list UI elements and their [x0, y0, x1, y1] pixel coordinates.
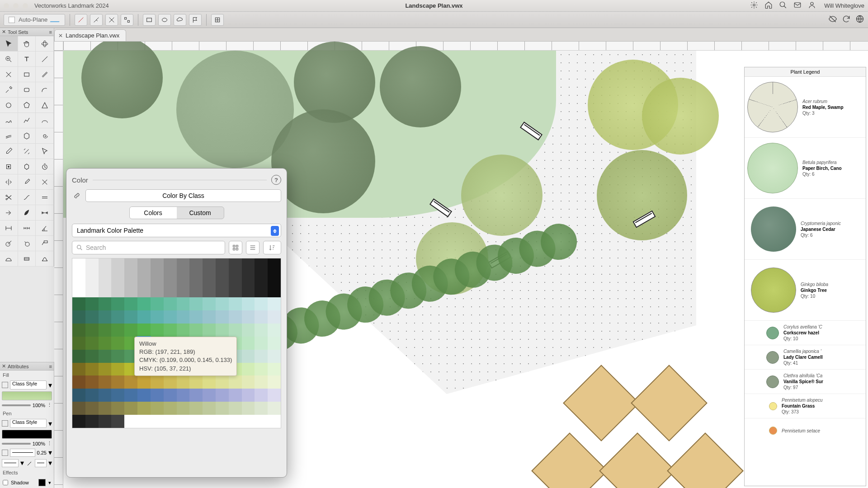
color-swatch[interactable]	[164, 324, 177, 337]
color-swatch[interactable]	[177, 258, 190, 272]
color-swatch[interactable]	[268, 272, 281, 285]
color-swatch[interactable]	[72, 285, 85, 298]
color-swatch[interactable]	[164, 402, 177, 415]
3d-locus-tool[interactable]	[18, 159, 36, 174]
color-swatch[interactable]	[255, 350, 268, 363]
color-swatch[interactable]	[99, 415, 112, 428]
color-swatch[interactable]	[242, 337, 255, 350]
color-swatch[interactable]	[242, 389, 255, 402]
color-swatch[interactable]	[72, 310, 85, 324]
sort-button[interactable]	[263, 241, 281, 254]
dropdown-icon[interactable]: ▾	[48, 381, 52, 389]
color-swatch[interactable]	[111, 389, 124, 402]
color-swatch[interactable]	[124, 285, 137, 298]
color-swatch[interactable]	[85, 285, 99, 298]
color-swatch[interactable]	[268, 258, 281, 272]
linear-dim-tool[interactable]	[0, 221, 18, 236]
color-swatch[interactable]	[99, 389, 112, 402]
settings-icon[interactable]	[750, 1, 758, 10]
stopwatch-tool[interactable]	[36, 159, 54, 174]
color-swatch[interactable]	[216, 272, 229, 285]
color-swatch[interactable]	[216, 310, 229, 324]
snap-mode-4[interactable]	[121, 14, 133, 26]
vertical-ruler[interactable]	[54, 51, 63, 488]
color-swatch[interactable]	[229, 402, 242, 415]
color-swatch[interactable]	[229, 389, 242, 402]
color-swatch[interactable]	[177, 324, 190, 337]
color-swatch[interactable]	[72, 375, 85, 389]
color-swatch[interactable]	[85, 337, 99, 350]
color-swatch[interactable]	[72, 272, 85, 285]
color-swatch[interactable]	[242, 324, 255, 337]
color-swatch[interactable]	[189, 258, 203, 272]
shape-rect[interactable]	[143, 14, 156, 26]
shape-ellipse[interactable]	[158, 14, 171, 26]
color-swatch[interactable]	[137, 258, 151, 272]
username-label[interactable]: Will Whiteglove	[824, 2, 864, 9]
color-swatch[interactable]	[111, 350, 124, 363]
opacity-slider[interactable]	[2, 404, 31, 406]
color-swatch[interactable]	[203, 310, 216, 324]
color-swatch[interactable]	[85, 375, 99, 389]
color-swatch[interactable]	[268, 337, 281, 350]
marker-end-icon[interactable]: ▾	[48, 459, 52, 467]
hexagon-tool[interactable]	[18, 128, 36, 144]
color-swatch[interactable]	[255, 297, 268, 310]
color-swatch[interactable]	[124, 310, 137, 324]
color-swatch[interactable]	[124, 324, 137, 337]
color-swatch[interactable]	[72, 297, 85, 310]
color-swatch[interactable]	[72, 324, 85, 337]
color-swatch[interactable]	[177, 310, 190, 324]
color-search-input[interactable]: Search	[72, 241, 225, 254]
color-swatch[interactable]	[151, 272, 164, 285]
palette-selector[interactable]: Landmark Color Palette	[72, 224, 281, 237]
color-swatch[interactable]	[255, 363, 268, 376]
color-swatch[interactable]	[137, 402, 151, 415]
line-weight-picker[interactable]	[10, 449, 35, 457]
color-swatch[interactable]	[72, 402, 85, 415]
visibility-icon[interactable]	[828, 14, 837, 25]
color-swatch[interactable]	[216, 285, 229, 298]
color-swatch[interactable]	[255, 375, 268, 389]
color-swatch[interactable]	[137, 310, 151, 324]
refresh-icon[interactable]	[842, 14, 851, 25]
callout-tool[interactable]	[36, 236, 54, 251]
color-swatch[interactable]	[189, 297, 203, 310]
color-swatch[interactable]	[268, 389, 281, 402]
locus-tool[interactable]	[0, 159, 18, 174]
mirror-tool[interactable]	[0, 174, 18, 190]
color-swatch[interactable]	[99, 337, 112, 350]
color-swatch[interactable]	[242, 402, 255, 415]
color-swatch[interactable]	[229, 258, 242, 272]
color-swatch[interactable]	[164, 258, 177, 272]
color-swatch[interactable]	[99, 297, 112, 310]
minimize-window[interactable]	[13, 3, 19, 9]
polyline-tool[interactable]	[18, 113, 36, 128]
color-swatch[interactable]	[72, 389, 85, 402]
color-swatch[interactable]	[85, 310, 99, 324]
line-end-picker[interactable]	[35, 459, 47, 467]
color-swatch[interactable]	[85, 363, 99, 376]
color-swatch[interactable]	[137, 297, 151, 310]
fillet-arrow-tool[interactable]	[0, 205, 18, 221]
color-by-class-button[interactable]: Color By Class	[85, 189, 281, 202]
color-swatch[interactable]	[124, 258, 137, 272]
chain-dim-tool[interactable]	[18, 221, 36, 236]
color-swatch[interactable]	[255, 402, 268, 415]
color-swatch[interactable]	[268, 363, 281, 376]
home-icon[interactable]	[764, 1, 773, 10]
ruler-origin[interactable]	[54, 42, 63, 51]
color-swatch[interactable]	[216, 297, 229, 310]
color-swatch[interactable]	[255, 285, 268, 298]
color-swatch[interactable]	[151, 258, 164, 272]
close-window[interactable]	[4, 3, 9, 9]
color-swatch[interactable]	[268, 285, 281, 298]
palette-menu-icon[interactable]: ≡	[49, 364, 52, 369]
close-icon[interactable]: ✕	[2, 363, 6, 369]
pen-opacity-slider[interactable]	[2, 443, 31, 445]
color-swatch[interactable]	[203, 258, 216, 272]
color-swatch[interactable]	[242, 258, 255, 272]
color-swatch[interactable]	[137, 285, 151, 298]
render-mode[interactable]	[211, 14, 224, 26]
color-swatch[interactable]	[99, 350, 112, 363]
